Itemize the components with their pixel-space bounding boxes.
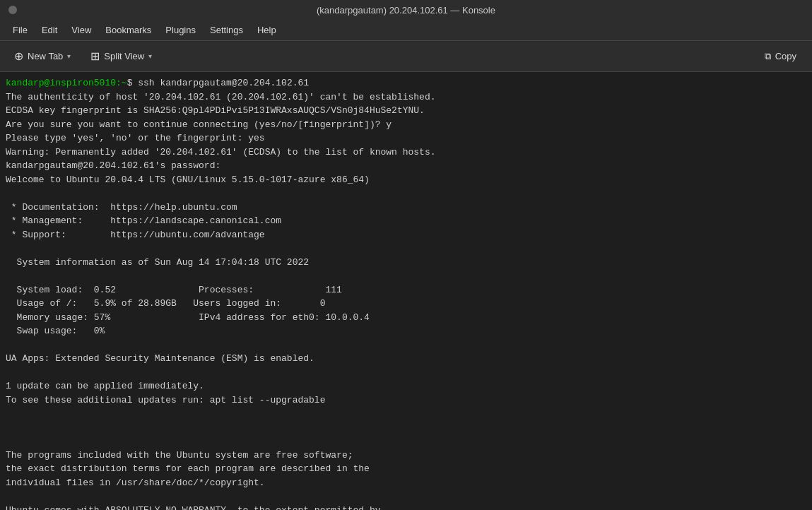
toolbar: ⊕ New Tab ▾ ⊞ Split View ▾ ⧉ Copy — [0, 41, 812, 72]
window-dot — [8, 6, 17, 14]
terminal-command: ssh kandarpgautam@20.204.102.61 — [132, 78, 309, 88]
menu-plugins[interactable]: Plugins — [158, 22, 203, 38]
terminal-prompt-user: kandarp@inspiron5010:~ — [6, 78, 127, 88]
copy-label: Copy — [775, 51, 796, 61]
new-tab-icon: ⊕ — [14, 49, 23, 63]
menu-file[interactable]: File — [6, 22, 35, 38]
menu-edit[interactable]: Edit — [35, 22, 64, 38]
menu-bookmarks[interactable]: Bookmarks — [98, 22, 158, 38]
toolbar-right: ⧉ Copy — [755, 47, 806, 66]
terminal-output[interactable]: kandarp@inspiron5010:~$ ssh kandarpgauta… — [0, 72, 812, 510]
split-view-icon: ⊞ — [90, 49, 100, 63]
split-view-label: Split View — [104, 51, 144, 61]
copy-button[interactable]: ⧉ Copy — [755, 47, 806, 66]
split-view-chevron-icon: ▾ — [148, 52, 152, 60]
window-title: (kandarpgautam) 20.204.102.61 — Konsole — [317, 5, 495, 16]
title-bar: (kandarpgautam) 20.204.102.61 — Konsole — [0, 0, 812, 20]
terminal-output-text: The authenticity of host '20.204.102.61 … — [6, 92, 436, 511]
menu-settings[interactable]: Settings — [203, 22, 250, 38]
new-tab-chevron-icon: ▾ — [67, 52, 71, 60]
menu-view[interactable]: View — [64, 22, 98, 38]
toolbar-left: ⊕ New Tab ▾ ⊞ Split View ▾ — [6, 45, 160, 67]
new-tab-label: New Tab — [28, 51, 63, 61]
split-view-button[interactable]: ⊞ Split View ▾ — [82, 45, 160, 67]
copy-icon: ⧉ — [765, 51, 771, 62]
menu-bar: File Edit View Bookmarks Plugins Setting… — [0, 20, 812, 41]
menu-help[interactable]: Help — [250, 22, 283, 38]
new-tab-button[interactable]: ⊕ New Tab ▾ — [6, 45, 79, 67]
